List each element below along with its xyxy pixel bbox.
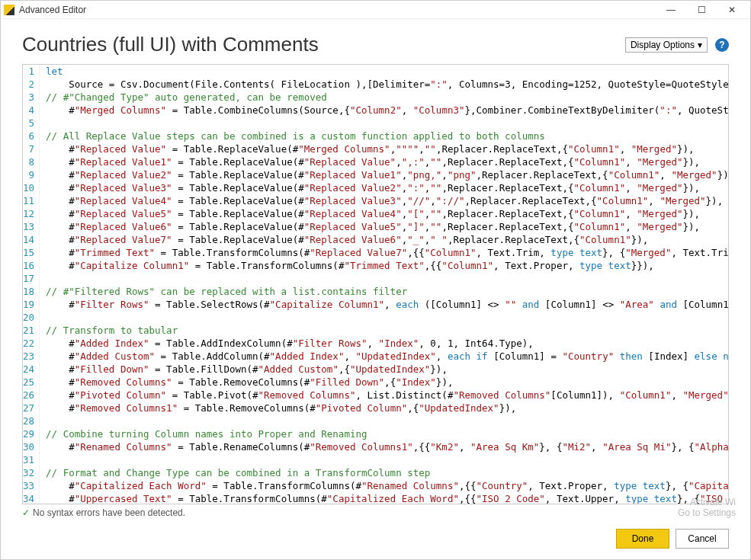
code-content[interactable]: #"Replaced Value6" = Table.ReplaceValue(…: [40, 220, 729, 233]
code-content[interactable]: #"Removed Columns1" = Table.RemoveColumn…: [40, 402, 729, 414]
code-line[interactable]: 6// All Replace Value steps can be combi…: [23, 130, 729, 142]
code-content[interactable]: #"Pivoted Column" = Table.Pivot(#"Remove…: [40, 389, 729, 402]
code-line[interactable]: 29// Combine turning Column names into P…: [23, 427, 729, 440]
code-line[interactable]: 1let: [23, 65, 729, 78]
code-line[interactable]: 9 #"Replaced Value2" = Table.ReplaceValu…: [23, 168, 729, 181]
code-content[interactable]: #"Replaced Value7" = Table.ReplaceValue(…: [40, 233, 729, 246]
code-line[interactable]: 5: [23, 117, 729, 130]
code-content[interactable]: [40, 414, 729, 427]
code-line[interactable]: 25 #"Removed Columns" = Table.RemoveColu…: [23, 376, 729, 389]
code-content[interactable]: // All Replace Value steps can be combin…: [40, 130, 729, 142]
code-line[interactable]: 4 #"Merged Columns" = Table.CombineColum…: [23, 104, 729, 117]
code-content[interactable]: #"Uppercased Text" = Table.TransformColu…: [40, 492, 729, 504]
window-title: Advanced Editor: [19, 5, 86, 15]
line-number: 2: [23, 78, 40, 91]
code-line[interactable]: 21// Transform to tabular: [23, 324, 729, 337]
code-content[interactable]: #"Replaced Value" = Table.ReplaceValue(#…: [40, 142, 729, 155]
code-content[interactable]: #"Filled Down" = Table.FillDown(#"Added …: [40, 363, 729, 376]
code-line[interactable]: 30 #"Renamed Columns" = Table.RenameColu…: [23, 440, 729, 453]
code-content[interactable]: #"Merged Columns" = Table.CombineColumns…: [40, 104, 729, 117]
code-line[interactable]: 32// Format and Change Type can be combi…: [23, 466, 729, 479]
line-number: 4: [23, 104, 40, 117]
code-content[interactable]: #"Replaced Value5" = Table.ReplaceValue(…: [40, 207, 729, 220]
code-line[interactable]: 13 #"Replaced Value6" = Table.ReplaceVal…: [23, 220, 729, 233]
code-content[interactable]: #"Replaced Value3" = Table.ReplaceValue(…: [40, 181, 729, 194]
code-table: 1let2 Source = Csv.Document(File.Content…: [23, 65, 729, 504]
chevron-down-icon: ▾: [698, 40, 702, 50]
code-line[interactable]: 12 #"Replaced Value5" = Table.ReplaceVal…: [23, 207, 729, 220]
code-content[interactable]: #"Replaced Value1" = Table.ReplaceValue(…: [40, 155, 729, 168]
window-root: Advanced Editor — ☐ ✕ Countries (full UI…: [0, 0, 751, 560]
code-content[interactable]: Source = Csv.Document(File.Contents( Fil…: [40, 78, 729, 91]
code-line[interactable]: 10 #"Replaced Value3" = Table.ReplaceVal…: [23, 181, 729, 194]
code-line[interactable]: 18// #"Filtered Rows" can be replaced wi…: [23, 285, 729, 298]
code-line[interactable]: 33 #"Capitalized Each Word" = Table.Tran…: [23, 479, 729, 492]
code-line[interactable]: 15 #"Trimmed Text" = Table.TransformColu…: [23, 246, 729, 259]
minimize-button[interactable]: —: [656, 1, 686, 19]
display-options-dropdown[interactable]: Display Options ▾: [625, 37, 708, 53]
code-content[interactable]: #"Renamed Columns" = Table.RenameColumns…: [40, 440, 729, 453]
app-icon: [4, 5, 14, 15]
line-number: 20: [23, 311, 40, 324]
line-number: 13: [23, 220, 40, 233]
line-number: 16: [23, 259, 40, 272]
code-content[interactable]: #"Filter Rows" = Table.SelectRows(#"Capi…: [40, 298, 729, 311]
code-line[interactable]: 34 #"Uppercased Text" = Table.TransformC…: [23, 492, 729, 504]
code-content[interactable]: #"Capitalize Column1" = Table.TransformC…: [40, 259, 729, 272]
code-line[interactable]: 2 Source = Csv.Document(File.Contents( F…: [23, 78, 729, 91]
code-content[interactable]: #"Capitalized Each Word" = Table.Transfo…: [40, 479, 729, 492]
code-line[interactable]: 19 #"Filter Rows" = Table.SelectRows(#"C…: [23, 298, 729, 311]
code-line[interactable]: 17: [23, 272, 729, 285]
footer: Done Cancel: [1, 521, 750, 559]
code-line[interactable]: 22 #"Added Index" = Table.AddIndexColumn…: [23, 337, 729, 350]
help-icon[interactable]: ?: [715, 38, 729, 52]
line-number: 31: [23, 453, 40, 466]
done-button[interactable]: Done: [616, 529, 669, 549]
code-content[interactable]: [40, 311, 729, 324]
code-content[interactable]: #"Added Index" = Table.AddIndexColumn(#"…: [40, 337, 729, 350]
line-number: 5: [23, 117, 40, 130]
line-number: 15: [23, 246, 40, 259]
line-number: 25: [23, 376, 40, 389]
maximize-button[interactable]: ☐: [686, 1, 717, 19]
code-line[interactable]: 26 #"Pivoted Column" = Table.Pivot(#"Rem…: [23, 389, 729, 402]
code-line[interactable]: 27 #"Removed Columns1" = Table.RemoveCol…: [23, 402, 729, 414]
check-icon: ✓: [22, 507, 30, 518]
code-content[interactable]: // Combine turning Column names into Pro…: [40, 427, 729, 440]
code-line[interactable]: 31: [23, 453, 729, 466]
code-line[interactable]: 3// #"Changed Type" auto generated, can …: [23, 91, 729, 104]
code-content[interactable]: #"Replaced Value4" = Table.ReplaceValue(…: [40, 194, 729, 207]
code-content[interactable]: // Transform to tabular: [40, 324, 729, 337]
line-number: 1: [23, 65, 40, 78]
code-editor[interactable]: 1let2 Source = Csv.Document(File.Content…: [22, 64, 729, 504]
code-content[interactable]: // Format and Change Type can be combine…: [40, 466, 729, 479]
code-line[interactable]: 23 #"Added Custom" = Table.AddColumn(#"A…: [23, 350, 729, 363]
code-line[interactable]: 20: [23, 311, 729, 324]
code-content[interactable]: // #"Filtered Rows" can be replaced with…: [40, 285, 729, 298]
line-number: 32: [23, 466, 40, 479]
code-line[interactable]: 14 #"Replaced Value7" = Table.ReplaceVal…: [23, 233, 729, 246]
code-content[interactable]: [40, 453, 729, 466]
code-line[interactable]: 24 #"Filled Down" = Table.FillDown(#"Add…: [23, 363, 729, 376]
line-number: 11: [23, 194, 40, 207]
code-content[interactable]: #"Added Custom" = Table.AddColumn(#"Adde…: [40, 350, 729, 363]
code-content[interactable]: // #"Changed Type" auto generated, can b…: [40, 91, 729, 104]
code-line[interactable]: 7 #"Replaced Value" = Table.ReplaceValue…: [23, 142, 729, 155]
code-content[interactable]: #"Removed Columns" = Table.RemoveColumns…: [40, 376, 729, 389]
code-content[interactable]: let: [40, 65, 729, 78]
code-line[interactable]: 28: [23, 414, 729, 427]
code-content[interactable]: [40, 117, 729, 130]
close-button[interactable]: ✕: [717, 1, 747, 19]
code-line[interactable]: 8 #"Replaced Value1" = Table.ReplaceValu…: [23, 155, 729, 168]
code-line[interactable]: 16 #"Capitalize Column1" = Table.Transfo…: [23, 259, 729, 272]
display-options-label: Display Options: [631, 40, 695, 50]
line-number: 28: [23, 414, 40, 427]
line-number: 34: [23, 492, 40, 504]
code-content[interactable]: #"Replaced Value2" = Table.ReplaceValue(…: [40, 168, 729, 181]
code-content[interactable]: [40, 272, 729, 285]
code-content[interactable]: #"Trimmed Text" = Table.TransformColumns…: [40, 246, 729, 259]
line-number: 24: [23, 363, 40, 376]
cancel-button[interactable]: Cancel: [676, 529, 729, 549]
line-number: 12: [23, 207, 40, 220]
code-line[interactable]: 11 #"Replaced Value4" = Table.ReplaceVal…: [23, 194, 729, 207]
